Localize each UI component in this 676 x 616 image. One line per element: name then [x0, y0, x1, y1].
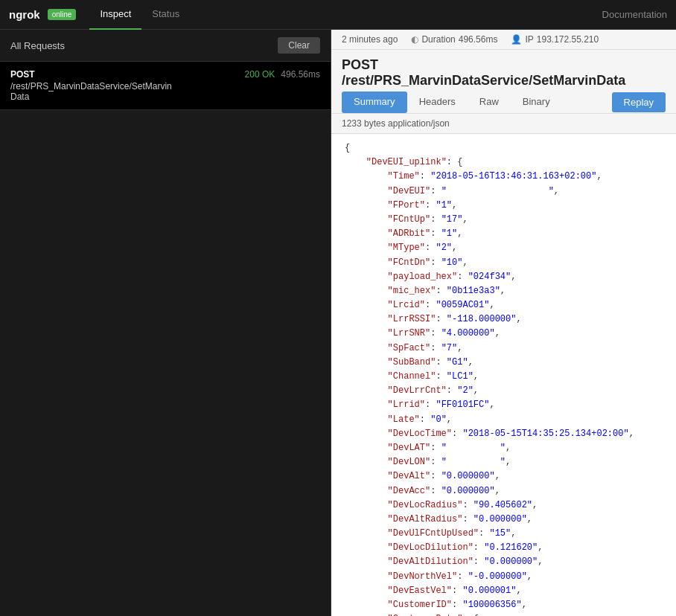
- json-line: "Channel": "LC1",: [345, 370, 663, 384]
- json-line: "CustomerData": {: [345, 612, 663, 616]
- documentation-link[interactable]: Documentation: [602, 9, 667, 20]
- json-line: "mic_hex": "0b11e3a3",: [345, 284, 663, 298]
- json-line: "Time": "2018-05-16T13:46:31.163+02:00",: [345, 170, 663, 184]
- json-line: "DevEUI": " ",: [345, 185, 663, 199]
- json-line: "FPort": "1",: [345, 199, 663, 213]
- main-layout: All Requests Clear POST 200 OK 496.56ms …: [0, 30, 676, 616]
- replay-button[interactable]: Replay: [612, 92, 666, 112]
- clear-button[interactable]: Clear: [278, 37, 320, 54]
- brand-name: ngrok: [9, 8, 40, 21]
- json-line: "LrrRSSI": "-118.000000",: [345, 312, 663, 327]
- json-line: "DevAltRadius": "0.000000",: [345, 513, 663, 527]
- tab-summary[interactable]: Summary: [342, 92, 407, 113]
- status-tab[interactable]: Status: [141, 0, 190, 30]
- json-line: "DevEUI_uplink": {: [345, 155, 663, 170]
- left-panel-header: All Requests Clear: [0, 30, 331, 62]
- ip-value: 193.172.55.210: [537, 34, 599, 45]
- meta-time-ago: 2 minutes ago: [342, 34, 398, 45]
- duration-value: 496.56ms: [459, 34, 498, 45]
- json-line: "CustomerID": "100006356",: [345, 598, 663, 612]
- json-line: "DevLocRadius": "90.405602",: [345, 498, 663, 513]
- json-line: "DevUlFCntUpUsed": "15",: [345, 527, 663, 541]
- meta-ip: 👤 IP 193.172.55.210: [511, 34, 599, 45]
- duration-label: Duration: [421, 34, 455, 45]
- tab-binary[interactable]: Binary: [511, 92, 562, 113]
- json-line: "FCntUp": "17",: [345, 213, 663, 227]
- request-title: POST POST /rest/PRS_MarvinDataService/Se…: [331, 50, 676, 92]
- json-line: "DevAltDilution": "0.000000",: [345, 555, 663, 569]
- right-meta-bar: 2 minutes ago ◐ Duration 496.56ms 👤 IP 1…: [331, 30, 676, 50]
- meta-duration: ◐ Duration 496.56ms: [411, 34, 497, 45]
- tabs-row: Summary Headers Raw Binary Replay: [331, 92, 676, 114]
- json-line: "LrrSNR": "4.000000",: [345, 327, 663, 341]
- json-line: "MType": "2",: [345, 241, 663, 255]
- json-line: "payload_hex": "024f34",: [345, 270, 663, 284]
- json-line: "DevEastVel": "0.000001",: [345, 584, 663, 598]
- json-line: "SubBand": "G1",: [345, 356, 663, 370]
- left-panel: All Requests Clear POST 200 OK 496.56ms …: [0, 30, 331, 616]
- json-content-area[interactable]: { "DevEUI_uplink": { "Time": "2018-05-16…: [331, 133, 676, 616]
- json-line: "DevLocTime": "2018-05-15T14:35:25.134+0…: [345, 427, 663, 441]
- tab-headers[interactable]: Headers: [407, 92, 468, 113]
- right-panel: 2 minutes ago ◐ Duration 496.56ms 👤 IP 1…: [331, 30, 676, 616]
- json-line: "Late": "0",: [345, 413, 663, 427]
- request-duration: 496.56ms: [281, 69, 320, 80]
- topnav: ngrok online Inspect Status Documentatio…: [0, 0, 676, 30]
- json-line: "FCntDn": "10",: [345, 256, 663, 270]
- tab-raw[interactable]: Raw: [468, 92, 511, 113]
- json-line: "DevLocDilution": "0.121620",: [345, 541, 663, 555]
- json-line: "SpFact": "7",: [345, 341, 663, 356]
- online-badge: online: [48, 9, 77, 20]
- json-line: "DevAcc": "0.000000",: [345, 484, 663, 498]
- inspect-tab[interactable]: Inspect: [89, 0, 141, 30]
- json-line: "Lrrid": "FF0101FC",: [345, 398, 663, 412]
- request-item-top: POST 200 OK 496.56ms: [10, 69, 320, 80]
- json-line: {: [345, 141, 663, 155]
- json-line: "DevNorthVel": "-0.000000",: [345, 570, 663, 584]
- json-line: "DevAlt": "0.000000",: [345, 469, 663, 484]
- json-line: "DevLrrCnt": "2",: [345, 384, 663, 398]
- user-icon: 👤: [511, 34, 522, 45]
- json-line: "DevLAT": " ",: [345, 441, 663, 455]
- content-meta: 1233 bytes application/json: [331, 114, 676, 133]
- json-line: "Lrcid": "0059AC01",: [345, 298, 663, 312]
- json-line: "DevLON": " ",: [345, 455, 663, 469]
- clock-icon: ◐: [411, 34, 418, 45]
- all-requests-title: All Requests: [10, 40, 65, 51]
- request-status: 200 OK: [245, 69, 275, 80]
- request-item[interactable]: POST 200 OK 496.56ms /rest/PRS_MarvinDat…: [0, 62, 331, 110]
- json-line: "ADRbit": "1",: [345, 227, 663, 241]
- request-path: /rest/PRS_MarvinDataService/SetMarvinDat…: [10, 81, 320, 102]
- ip-label: IP: [525, 34, 533, 45]
- request-method: POST: [10, 69, 35, 80]
